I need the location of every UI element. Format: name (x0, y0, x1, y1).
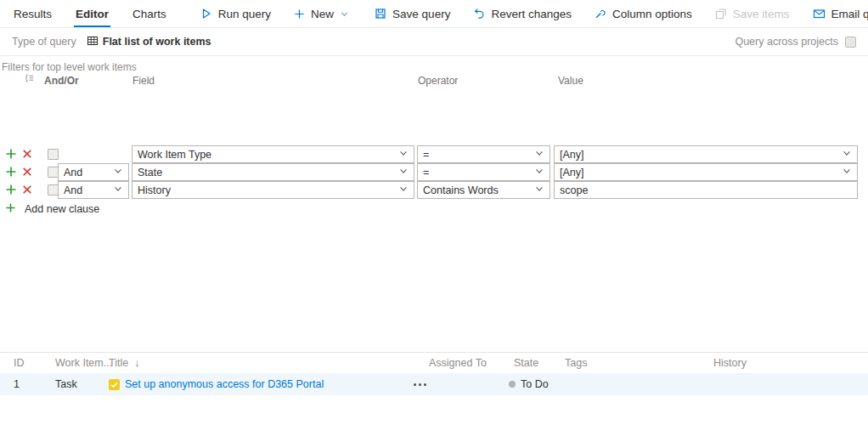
operator-dropdown[interactable]: = (417, 145, 550, 163)
header-field: Field (132, 75, 155, 87)
and-or-dropdown[interactable]: And (58, 181, 129, 199)
chevron-down-icon (842, 166, 852, 178)
type-of-query-label: Type of query (12, 36, 76, 48)
chevron-down-icon (534, 184, 544, 196)
operator-dropdown[interactable]: = (417, 163, 550, 181)
remove-clause-icon[interactable] (21, 184, 33, 196)
and-or-dropdown[interactable]: And (58, 163, 129, 181)
work-item-title-cell: Set up anonymous access for D365 Portal (109, 373, 324, 395)
work-item-id: 1 (14, 373, 20, 395)
column-header-title[interactable]: Title ↓ (109, 353, 139, 373)
email-query-button[interactable]: Email query (813, 0, 868, 27)
results-header-row: ID Work Item... Title ↓ Assigned To Stat… (0, 353, 868, 373)
operator-dropdown[interactable]: Contains Words (417, 181, 550, 199)
clause-row-1: Work Item Type = [Any] (0, 145, 868, 163)
command-bar: Results Editor Charts Run query New Save… (0, 0, 868, 28)
header-operator: Operator (418, 75, 458, 87)
insert-clause-icon[interactable] (5, 166, 17, 178)
new-query-button[interactable]: New (294, 0, 349, 27)
save-icon (375, 8, 386, 20)
revert-changes-button[interactable]: Revert changes (473, 0, 572, 27)
row-context-menu-button[interactable] (414, 373, 426, 395)
save-query-button[interactable]: Save query (375, 0, 450, 27)
column-header-work-item-type[interactable]: Work Item... (55, 353, 112, 373)
work-item-type: Task (55, 373, 77, 395)
remove-clause-icon[interactable] (21, 166, 33, 178)
chevron-down-icon (398, 166, 409, 178)
save-items-button[interactable]: Save items (715, 0, 790, 27)
remove-clause-icon[interactable] (21, 148, 33, 160)
value-dropdown[interactable]: [Any] (554, 163, 858, 181)
filters-section-label: Filters for top level work items (2, 61, 137, 73)
tab-charts[interactable]: Charts (131, 0, 168, 27)
column-header-id[interactable]: ID (14, 353, 25, 373)
query-across-projects-checkbox[interactable] (845, 37, 856, 48)
clause-row-2: And State = [Any] (0, 163, 868, 181)
column-options-button[interactable]: Column options (595, 0, 692, 27)
work-item-state-cell: To Do (509, 373, 549, 395)
column-header-tags[interactable]: Tags (565, 353, 587, 373)
field-dropdown[interactable]: History (132, 181, 414, 199)
tab-editor[interactable]: Editor (74, 0, 110, 27)
chevron-down-icon (534, 148, 544, 161)
run-query-button[interactable]: Run query (200, 0, 271, 27)
mail-icon (813, 8, 826, 20)
sort-descending-icon: ↓ (134, 357, 139, 369)
results-grid: ID Work Item... Title ↓ Assigned To Stat… (0, 352, 868, 395)
add-new-clause-button[interactable]: Add new clause (5, 202, 99, 216)
group-clauses-icon (24, 73, 35, 87)
save-items-icon (715, 8, 727, 20)
state-todo-dot-icon (509, 381, 516, 388)
plus-icon (5, 202, 16, 216)
chevron-down-icon (398, 184, 409, 196)
play-icon (200, 8, 212, 20)
value-dropdown[interactable]: [Any] (554, 145, 858, 163)
chevron-down-icon (534, 166, 544, 178)
work-item-state: To Do (521, 378, 549, 390)
flat-list-icon (87, 35, 99, 49)
chevron-down-icon (398, 148, 409, 161)
column-header-history[interactable]: History (713, 353, 747, 373)
wrench-icon (595, 8, 606, 20)
chevron-down-icon (113, 184, 123, 196)
query-editor-page: Results Editor Charts Run query New Save… (0, 0, 868, 425)
clause-checkbox[interactable] (48, 149, 59, 160)
field-dropdown[interactable]: State (132, 163, 414, 181)
plus-icon (294, 8, 305, 20)
work-item-title-link[interactable]: Set up anonymous access for D365 Portal (125, 378, 324, 390)
column-header-assigned-to[interactable]: Assigned To (429, 353, 487, 373)
header-and-or: And/Or (44, 75, 79, 87)
insert-clause-icon[interactable] (5, 148, 17, 160)
value-input[interactable] (554, 181, 858, 199)
query-across-projects-label: Query across projects (735, 36, 838, 48)
field-dropdown[interactable]: Work Item Type (132, 145, 414, 163)
work-item-row[interactable]: 1 Task Set up anonymous access for D365 … (0, 373, 868, 395)
query-type-value: Flat list of work items (87, 35, 211, 49)
header-value: Value (558, 75, 583, 87)
chevron-down-icon (842, 148, 852, 161)
chevron-down-icon (113, 166, 123, 178)
query-type-bar: Type of query Flat list of work items Qu… (0, 28, 868, 56)
task-icon (109, 379, 120, 390)
chevron-down-icon (340, 9, 349, 19)
query-across-projects: Query across projects (735, 36, 856, 48)
insert-clause-icon[interactable] (5, 184, 17, 196)
more-actions-icon (414, 383, 426, 386)
column-header-state[interactable]: State (514, 353, 538, 373)
undo-icon (473, 8, 485, 20)
tab-results[interactable]: Results (12, 0, 54, 27)
clause-row-3: And History Contains Words (0, 181, 868, 199)
